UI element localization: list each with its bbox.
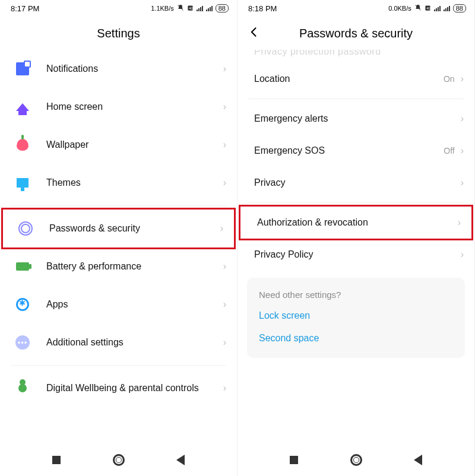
row-privacy-protection-password[interactable]: Privacy protection password [238, 50, 474, 63]
fingerprint-icon [17, 220, 34, 237]
sim-icon: 4G [425, 5, 431, 12]
svg-text:4G: 4G [426, 6, 430, 9]
mute-icon [177, 4, 184, 12]
row-label: Emergency SOS [254, 145, 444, 156]
header: Passwords & security [238, 17, 474, 50]
back-button[interactable] [248, 26, 260, 40]
row-label: Additional settings [46, 337, 223, 348]
chevron-right-icon: › [461, 113, 464, 124]
status-bar: 8:18 PM 0.0KB/s 4G 88 [238, 0, 474, 17]
page-title: Settings [97, 27, 140, 40]
chevron-right-icon: › [461, 74, 464, 84]
row-passwords-security[interactable]: Passwords & security › [3, 210, 234, 247]
notifications-icon [14, 61, 31, 77]
row-label: Notifications [46, 64, 223, 74]
status-time: 8:17 PM [11, 4, 39, 13]
row-privacy[interactable]: Privacy › [238, 167, 474, 199]
row-location[interactable]: Location On › [238, 63, 474, 95]
chevron-right-icon: › [223, 383, 226, 394]
nav-recent-button[interactable] [52, 456, 61, 464]
row-label: Themes [46, 177, 223, 188]
page-title: Passwords & security [299, 27, 413, 40]
status-indicators: 1.1KB/s 4G 88 [151, 4, 229, 12]
row-label: Location [254, 74, 444, 84]
header: Settings [0, 17, 237, 50]
settings-screen: 8:17 PM 1.1KB/s 4G 88 Settings Notificat… [0, 0, 238, 476]
row-label: Digital Wellbeing & parental controls [46, 382, 223, 394]
row-home-screen[interactable]: Home screen › [0, 88, 237, 126]
net-speed: 1.1KB/s [151, 5, 174, 12]
chevron-right-icon: › [223, 299, 226, 310]
net-speed: 0.0KB/s [388, 5, 411, 12]
chevron-right-icon: › [223, 337, 226, 348]
status-indicators: 0.0KB/s 4G 88 [388, 4, 466, 12]
row-digital-wellbeing[interactable]: Digital Wellbeing & parental controls › [0, 369, 237, 407]
row-apps[interactable]: Apps › [0, 285, 237, 323]
row-wallpaper[interactable]: Wallpaper › [0, 126, 237, 164]
chevron-right-icon: › [461, 249, 464, 260]
signal-icon-2 [206, 5, 213, 11]
signal-icon-2 [444, 5, 450, 11]
divider [11, 365, 226, 366]
chevron-right-icon: › [223, 101, 226, 112]
row-label: Privacy Policy [254, 249, 461, 260]
nav-back-button[interactable] [414, 455, 422, 465]
nav-recent-button[interactable] [290, 456, 298, 464]
nav-bar [238, 444, 474, 476]
highlight-passwords: Passwords & security › [1, 208, 236, 249]
signal-icon [197, 5, 203, 11]
row-label: Apps [46, 299, 223, 310]
settings-list[interactable]: Notifications › Home screen › Wallpaper … [0, 50, 237, 444]
nav-bar [0, 444, 237, 476]
row-label: Wallpaper [46, 139, 223, 150]
home-icon [14, 99, 31, 115]
link-lock-screen[interactable]: Lock screen [259, 310, 453, 321]
row-authorization-revocation[interactable]: Authorization & revocation › [240, 207, 471, 239]
highlight-authorization: Authorization & revocation › [239, 205, 473, 240]
status-bar: 8:17 PM 1.1KB/s 4G 88 [0, 0, 237, 17]
row-label: Emergency alerts [254, 113, 461, 124]
passwords-security-screen: 8:18 PM 0.0KB/s 4G 88 Passwords & securi… [238, 0, 475, 476]
row-label: Privacy [254, 177, 461, 188]
row-battery[interactable]: Battery & performance › [0, 247, 237, 285]
row-themes[interactable]: Themes › [0, 164, 237, 202]
sim-icon: 4G [187, 5, 194, 12]
row-emergency-sos[interactable]: Emergency SOS Off › [238, 135, 474, 167]
wellbeing-icon [14, 380, 31, 396]
security-list[interactable]: Privacy protection password Location On … [238, 50, 474, 444]
chevron-right-icon: › [220, 223, 223, 234]
row-value: On [444, 74, 455, 84]
row-label: Passwords & security [49, 223, 220, 234]
row-label: Home screen [46, 101, 223, 112]
row-additional-settings[interactable]: ••• Additional settings › [0, 323, 237, 361]
chevron-right-icon: › [223, 64, 226, 74]
chevron-right-icon: › [461, 177, 464, 188]
divider [11, 205, 226, 206]
row-label: Authorization & revocation [257, 217, 458, 228]
row-privacy-policy[interactable]: Privacy Policy › [238, 239, 474, 271]
more-icon: ••• [14, 334, 31, 351]
wallpaper-icon [14, 137, 31, 153]
svg-text:4G: 4G [189, 6, 193, 9]
link-second-space[interactable]: Second space [259, 333, 453, 344]
divider [248, 99, 464, 99]
divider [248, 202, 464, 203]
mute-icon [414, 4, 422, 12]
battery-indicator: 88 [216, 4, 229, 12]
row-emergency-alerts[interactable]: Emergency alerts › [238, 103, 474, 135]
nav-back-button[interactable] [176, 455, 185, 465]
status-time: 8:18 PM [248, 4, 277, 13]
chevron-right-icon: › [461, 145, 464, 156]
row-label: Battery & performance [46, 261, 223, 272]
row-value: Off [444, 146, 454, 156]
chevron-right-icon: › [223, 261, 226, 272]
row-notifications[interactable]: Notifications › [0, 50, 237, 88]
themes-icon [14, 174, 31, 191]
chevron-right-icon: › [458, 217, 461, 228]
nav-home-button[interactable] [350, 454, 362, 466]
apps-icon [14, 296, 31, 313]
signal-icon [434, 5, 441, 11]
battery-icon [14, 258, 31, 275]
battery-indicator: 88 [453, 4, 466, 12]
nav-home-button[interactable] [113, 454, 125, 466]
